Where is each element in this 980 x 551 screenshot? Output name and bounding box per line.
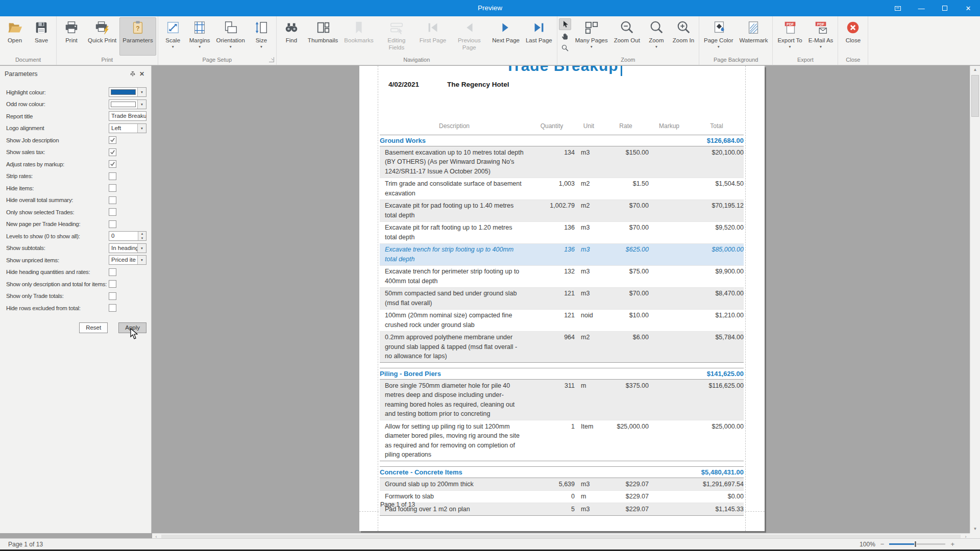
zoom-out-icon — [619, 20, 634, 35]
vertical-scrollbar[interactable]: ▲ ▼ — [970, 66, 980, 533]
cell-desc: Bore single 750mm diameter hole for pile… — [380, 381, 529, 419]
dropdown-caret-icon: ▼ — [260, 45, 263, 49]
param-checkbox[interactable] — [109, 220, 116, 228]
scroll-down-arrow-icon[interactable]: ▼ — [970, 525, 980, 533]
find-button[interactable]: Find — [278, 17, 305, 56]
open-button[interactable]: Open — [2, 17, 28, 56]
param-spinner[interactable]: 0▲▼ — [109, 231, 146, 241]
param-color-dropdown[interactable]: ▼ — [109, 87, 146, 97]
ribbon-options-icon[interactable] — [886, 0, 910, 16]
last-page-button[interactable]: Last Page — [523, 17, 555, 56]
pointer-tool-button[interactable] — [559, 18, 571, 30]
page-color-label: Page Color — [704, 37, 733, 44]
param-checkbox[interactable] — [109, 184, 116, 192]
magnifier-tool-button[interactable] — [559, 42, 571, 54]
many-pages-button[interactable]: Many Pages▼ — [572, 17, 611, 56]
maximize-button[interactable] — [933, 0, 957, 16]
ribbon-group-export: PDFExport To▼PDFE-Mail As▼Export — [773, 16, 838, 65]
cell-unit: m3 — [575, 480, 603, 489]
hand-tool-button[interactable] — [559, 30, 571, 42]
export-pdf-icon: PDF — [782, 20, 798, 35]
watermark-button[interactable]: Watermark — [737, 17, 771, 56]
cell-rate: $25,000.00 — [603, 422, 649, 460]
trade-group-total: $126,684.00 — [690, 137, 744, 144]
param-checkbox[interactable] — [109, 280, 116, 288]
size-button[interactable]: Size▼ — [248, 17, 275, 56]
param-select[interactable]: In heading▼ — [109, 243, 146, 253]
param-checkbox[interactable] — [109, 208, 116, 216]
param-label: Hide overall total summary: — [6, 197, 109, 203]
dropdown-caret-icon: ▼ — [717, 45, 720, 49]
editing-fields-icon — [389, 20, 404, 35]
orientation-button[interactable]: Orientation▼ — [213, 17, 248, 56]
cell-desc: Excavate trench for perimeter strip foot… — [380, 267, 529, 286]
title-bar: Preview — ✕ — [0, 0, 980, 16]
parameters-button[interactable]: ?Parameters — [119, 17, 156, 56]
panel-close-icon[interactable]: ✕ — [137, 70, 146, 78]
param-select[interactable]: Priced ite▼ — [109, 255, 146, 265]
cell-total: $5,784.00 — [690, 333, 744, 361]
cell-qty: 136 — [529, 245, 575, 264]
zoom-in-button[interactable]: Zoom In — [670, 17, 697, 56]
spinner-arrows[interactable]: ▲▼ — [138, 232, 146, 240]
cell-desc: Ground slab up to 200mm thick — [380, 480, 529, 489]
param-label: Show only Trade totals: — [6, 293, 109, 299]
param-row-report-title: Report titleTrade Breakup — [6, 110, 146, 122]
param-color-dropdown[interactable]: ▼ — [109, 99, 146, 109]
print-button[interactable]: Print — [58, 17, 85, 56]
close-window-button[interactable]: ✕ — [957, 0, 980, 16]
cell-total: $9,900.00 — [690, 267, 744, 286]
zoom-minus-icon[interactable]: − — [880, 540, 885, 548]
page-color-button[interactable]: Page Color▼ — [701, 17, 737, 56]
param-checkbox[interactable] — [109, 292, 116, 300]
window-controls: — ✕ — [886, 0, 980, 16]
quick-print-button[interactable]: Quick Print — [85, 17, 119, 56]
table-row: Ground slab up to 200mm thick5,639m3$229… — [380, 478, 744, 491]
param-checkbox[interactable] — [109, 268, 116, 276]
param-checkbox[interactable] — [109, 304, 116, 312]
scale-button[interactable]: Scale▼ — [160, 17, 186, 56]
next-page-button[interactable]: Next Page — [489, 17, 523, 56]
cell-qty: 5,639 — [529, 480, 575, 489]
scroll-up-arrow-icon[interactable]: ▲ — [970, 66, 980, 74]
zoom-slider-thumb[interactable] — [914, 541, 917, 547]
param-checkbox[interactable] — [109, 196, 116, 204]
print-label: Print — [65, 37, 78, 44]
param-checkbox[interactable] — [109, 172, 116, 180]
zoom-slider[interactable] — [889, 543, 945, 545]
thumbnails-button[interactable]: Thumbnails — [305, 17, 341, 56]
reset-button[interactable]: Reset — [79, 322, 108, 333]
param-select[interactable]: Left▼ — [109, 123, 146, 133]
trade-group-heading: Ground Works$126,684.00 — [380, 135, 744, 146]
ribbon-group-zoom: Many Pages▼Zoom OutZoom▼Zoom InZoom — [557, 16, 699, 65]
param-checkbox[interactable] — [109, 148, 116, 156]
cell-total: $1,291,697.54 — [690, 480, 744, 489]
close-button[interactable]: Close — [840, 17, 866, 56]
cell-total: $116,625.00 — [690, 381, 744, 419]
parameters-panel-header: Parameters ✕ — [0, 66, 151, 82]
zoom-plus-icon[interactable]: + — [950, 540, 954, 548]
save-button[interactable]: Save — [28, 17, 55, 56]
parameters-clipboard-icon: ? — [130, 20, 145, 35]
pin-icon[interactable] — [128, 70, 137, 78]
param-text-input[interactable]: Trade Breakup — [109, 111, 146, 121]
param-checkbox[interactable] — [109, 136, 116, 144]
minimize-button[interactable]: — — [910, 0, 933, 16]
cell-rate: $375.00 — [603, 381, 649, 419]
dropdown-caret-icon: ▼ — [229, 45, 232, 49]
export-to-button[interactable]: PDFExport To▼ — [774, 17, 805, 56]
column-header-description: Description — [380, 122, 529, 130]
zoom-button[interactable]: Zoom▼ — [643, 17, 670, 56]
e-mail-as-button[interactable]: PDFE-Mail As▼ — [805, 17, 837, 56]
first-page-button: First Page — [416, 17, 449, 56]
param-row-show-only-description-and-total-for-items: Show only description and total for item… — [6, 278, 146, 290]
dialog-launcher-icon[interactable]: ↘ — [269, 57, 274, 62]
report-title-clipped: Trade Breakup — [359, 66, 765, 74]
column-header-unit: Unit — [575, 122, 603, 130]
select-value: Left — [109, 124, 137, 133]
vertical-scroll-thumb[interactable] — [971, 75, 979, 117]
param-checkbox[interactable] — [109, 160, 116, 168]
margins-button[interactable]: Margins▼ — [186, 17, 213, 56]
zoom-out-button[interactable]: Zoom Out — [611, 17, 643, 56]
report-date: 4/02/2021 — [388, 81, 419, 88]
